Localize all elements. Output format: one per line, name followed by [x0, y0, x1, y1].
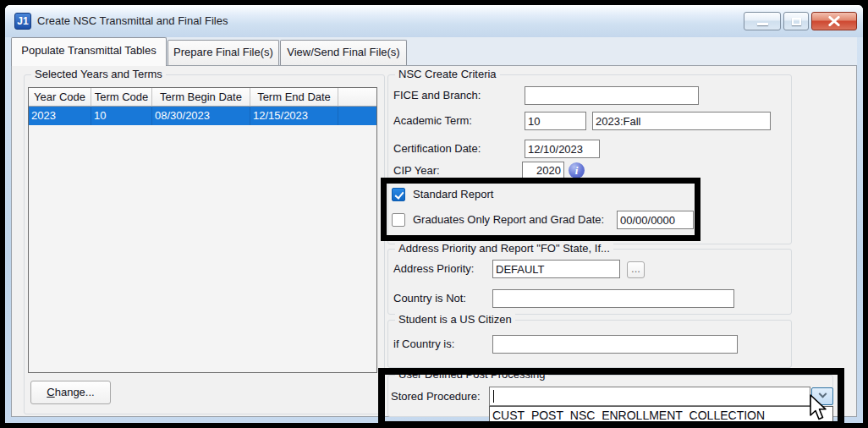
column-header-term-code[interactable]: Term Code: [91, 88, 152, 107]
tab-label: Populate Transmittal Tables: [21, 44, 156, 57]
app-window: J1 Create NSC Transmittal and Final File…: [5, 5, 863, 423]
academic-term-description-input[interactable]: [592, 112, 771, 130]
address-priority-browse-button[interactable]: ...: [627, 261, 645, 278]
group-title: Address Priority and Report "FO" State, …: [395, 242, 613, 255]
column-header-term-end-date[interactable]: Term End Date: [250, 88, 338, 107]
standard-report-checkbox[interactable]: [392, 188, 405, 201]
app-icon: J1: [14, 13, 31, 30]
group-title: Selected Years and Terms: [31, 68, 166, 80]
academic-term-code-input[interactable]: [525, 112, 586, 130]
years-terms-table[interactable]: Year Code Term Code Term Begin Date Term…: [28, 87, 377, 373]
stored-procedure-label: Stored Procedure:: [391, 387, 481, 406]
certification-date-label: Certification Date:: [393, 140, 481, 158]
table-header-row: Year Code Term Code Term Begin Date Term…: [29, 88, 376, 107]
grad-date-input[interactable]: [617, 211, 694, 229]
app-icon-label: J1: [17, 15, 28, 27]
group-title: NSC Create Criteria: [395, 68, 500, 80]
country-is-not-input[interactable]: [492, 289, 734, 308]
window-controls: [744, 12, 857, 30]
dialog-client: Populate Transmittal Tables Prepare Fina…: [11, 37, 857, 417]
stored-procedure-combobox[interactable]: [489, 387, 833, 406]
country-is-not-label: Country is Not:: [393, 289, 466, 308]
text-caret: [493, 390, 494, 403]
if-country-is-label: if Country is:: [393, 335, 454, 354]
dropdown-item[interactable]: CUST_POST_NSC_ENROLLMENT_COLLECTION: [490, 407, 832, 424]
tab-view-send-final-files[interactable]: View/Send Final File(s): [280, 40, 407, 65]
column-header-year-code[interactable]: Year Code: [29, 88, 91, 107]
cell-term-end-date: 12/15/2023: [250, 107, 338, 125]
info-icon[interactable]: [569, 162, 585, 178]
cell-term-code: 10: [91, 107, 152, 125]
window-title: Create NSC Transmittal and Final Files: [37, 14, 228, 27]
address-priority-input[interactable]: [492, 260, 620, 278]
cip-year-label: CIP Year:: [393, 162, 440, 179]
tab-prepare-final-files[interactable]: Prepare Final File(s): [168, 40, 279, 65]
change-button[interactable]: Change...: [30, 381, 111, 404]
close-icon: [828, 16, 840, 26]
academic-term-label: Academic Term:: [393, 112, 472, 130]
table-row-selected[interactable]: 2023 10 08/30/2023 12/15/2023: [29, 107, 376, 125]
stored-procedure-dropdown-button[interactable]: [811, 387, 833, 405]
tab-label: View/Send Final File(s): [287, 46, 399, 58]
graduates-only-label: Graduates Only Report and Grad Date:: [413, 211, 604, 229]
minimize-icon: [757, 23, 768, 25]
titlebar[interactable]: J1 Create NSC Transmittal and Final File…: [5, 5, 863, 37]
restore-button[interactable]: [783, 12, 809, 30]
cell-year-code: 2023: [29, 107, 91, 125]
minimize-button[interactable]: [744, 12, 781, 30]
close-button[interactable]: [811, 12, 857, 30]
if-country-is-input[interactable]: [492, 335, 738, 354]
fice-and-branch-input[interactable]: [525, 86, 699, 105]
graduates-only-checkbox[interactable]: [392, 213, 405, 227]
cip-year-input[interactable]: [522, 162, 564, 179]
address-priority-label: Address Priority:: [393, 260, 474, 278]
group-title: Student is a US Citizen: [395, 313, 515, 326]
standard-report-label: Standard Report: [413, 188, 493, 201]
change-button-label: Change...: [31, 381, 110, 403]
restore-icon: [792, 18, 801, 25]
fice-and-branch-label: FICE and Branch:: [393, 86, 481, 105]
tab-label: Prepare Final File(s): [173, 46, 273, 58]
browse-button-label: ...: [631, 262, 640, 275]
group-title: User Defined Post Processing: [395, 368, 548, 381]
tab-populate-transmittal-tables[interactable]: Populate Transmittal Tables: [11, 37, 167, 66]
chevron-down-icon: [818, 390, 827, 398]
certification-date-input[interactable]: [525, 140, 600, 158]
column-header-spacer: [338, 88, 376, 107]
stored-procedure-dropdown-list: CUST_POST_NSC_ENROLLMENT_COLLECTION: [489, 406, 833, 425]
cell-spacer: [338, 107, 376, 125]
cell-term-begin-date: 08/30/2023: [152, 107, 250, 125]
column-header-term-begin-date[interactable]: Term Begin Date: [152, 88, 250, 107]
stored-procedure-input[interactable]: [489, 387, 810, 406]
